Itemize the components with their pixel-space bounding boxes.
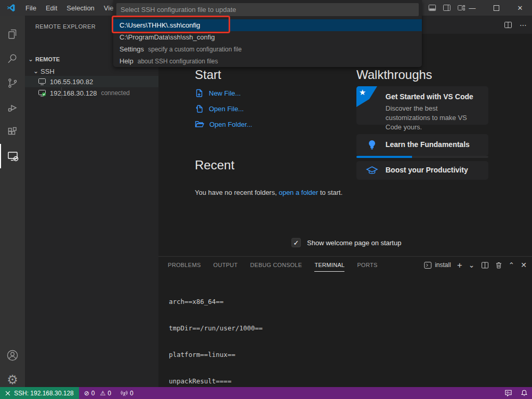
notifications-bell-icon[interactable] (521, 389, 528, 397)
ssh-host-row-1[interactable]: 106.55.190.82 (25, 76, 158, 87)
menu-edit[interactable]: Edit (41, 4, 62, 12)
walkthrough-card-description: Discover the best customizations to make… (385, 104, 483, 132)
quick-pick-dialog: C:\Users\THHK\.ssh\config C:\ProgramData… (113, 0, 422, 67)
quick-pick-item-settings[interactable]: Settings specify a custom configuration … (113, 43, 422, 55)
remote-indicator[interactable]: SSH: 192.168.30.128 (0, 387, 79, 399)
vscode-window: File Edit Selection View — ✕ (0, 0, 532, 399)
quick-pick-item-label: Settings (119, 45, 144, 53)
more-actions-icon[interactable]: ⋯ (520, 21, 527, 29)
tab-output[interactable]: OUTPUT (214, 259, 238, 271)
quick-pick-item-user-config[interactable]: C:\Users\THHK\.ssh\config (113, 19, 422, 31)
quick-pick-item-programdata-config[interactable]: C:\ProgramData\ssh\ssh_config (113, 31, 422, 43)
toggle-secondary-sidebar-icon[interactable] (443, 4, 451, 12)
panel-actions: install + ⌄ ⌃ ✕ (424, 257, 527, 273)
split-editor-icon[interactable] (504, 21, 512, 29)
open-file-label: Open File... (209, 105, 244, 113)
remote-explorer-icon[interactable] (0, 144, 25, 168)
new-terminal-icon[interactable]: + (457, 261, 462, 270)
tree-section-ssh[interactable]: ⌄ SSH (25, 65, 158, 77)
quick-pick-item-description: about SSH configuration files (138, 58, 218, 65)
lightbulb-icon (367, 139, 377, 151)
quick-pick-input-wrap (116, 3, 419, 16)
panel-tab-bar: PROBLEMS OUTPUT DEBUG CONSOLE TERMINAL P… (168, 257, 378, 273)
extensions-icon[interactable] (0, 119, 25, 144)
close-window-button[interactable]: ✕ (508, 0, 532, 16)
split-terminal-icon[interactable] (481, 261, 489, 269)
tab-ports[interactable]: PORTS (357, 259, 377, 271)
window-controls: — ✕ (460, 0, 532, 16)
maximize-button[interactable] (484, 0, 508, 16)
kill-terminal-trash-icon[interactable] (495, 261, 502, 269)
terminal-line: unpackResult==== (169, 377, 522, 385)
open-folder-label: Open Folder... (209, 121, 252, 128)
ports-count: 0 (130, 390, 134, 397)
status-bar: SSH: 192.168.30.128 ⊘ 0 ⚠ 0 0 (0, 387, 532, 399)
walkthrough-card-title: Learn the Fundamentals (385, 140, 470, 149)
explorer-icon[interactable] (0, 22, 25, 46)
startup-checkbox-row: ✓ Show welcome page on startup (291, 238, 401, 247)
show-welcome-checkbox[interactable]: ✓ (291, 238, 301, 247)
bottom-panel: PROBLEMS OUTPUT DEBUG CONSOLE TERMINAL P… (158, 256, 532, 387)
error-icon: ⊘ (84, 390, 89, 397)
new-file-link[interactable]: New File... (195, 88, 351, 98)
status-bar-right (504, 387, 528, 399)
ports-status[interactable]: 0 (121, 390, 134, 397)
walkthrough-progress-fill (356, 156, 412, 158)
terminal-instance[interactable]: install (424, 261, 451, 269)
ssh-host-row-2[interactable]: 192.168.30.128 connected (25, 87, 158, 99)
tab-problems[interactable]: PROBLEMS (168, 259, 201, 271)
ssh-host-status: connected (101, 89, 129, 97)
source-control-icon[interactable] (0, 71, 25, 95)
toggle-panel-icon[interactable] (428, 4, 436, 12)
start-heading: Start (195, 68, 351, 82)
tree-section-remote-label: REMOTE (35, 56, 60, 62)
activity-bar: ⚙ (0, 16, 25, 387)
open-folder-icon (195, 120, 204, 128)
walkthrough-card-fundamentals[interactable]: Learn the Fundamentals (356, 134, 488, 156)
open-folder-link[interactable]: Open Folder... (195, 119, 351, 129)
problems-status[interactable]: ⊘ 0 ⚠ 0 (84, 390, 111, 397)
quick-pick-item-help[interactable]: Help about SSH configuration files (113, 55, 422, 67)
walkthrough-card-get-started[interactable]: ★ Get Started with VS Code Discover the … (356, 86, 488, 125)
recent-section: Recent You have no recent folders, open … (195, 158, 353, 198)
welcome-page: Start New File... Open File... Open Fold… (158, 34, 532, 256)
menu-file[interactable]: File (21, 4, 41, 12)
open-file-icon (195, 104, 204, 113)
maximize-icon (494, 5, 499, 11)
walkthrough-card-title: Get Started with VS Code (385, 92, 473, 101)
minimize-button[interactable]: — (460, 0, 484, 16)
start-section: Start New File... Open File... Open Fold… (195, 68, 351, 129)
vm-connected-icon (38, 89, 46, 97)
terminal-line: tmpDir==/run/user/1000== (169, 324, 522, 332)
quick-pick-item-label: Help (119, 57, 134, 65)
recent-text-before: You have no recent folders, (195, 189, 278, 196)
run-and-debug-icon[interactable] (0, 95, 25, 119)
warning-count: 0 (108, 390, 111, 397)
ssh-host-name: 106.55.190.82 (50, 78, 93, 86)
terminal-line: arch==x86_64== (169, 297, 522, 306)
remote-icon (4, 390, 11, 397)
menu-bar: File Edit Selection View (21, 0, 123, 16)
open-file-link[interactable]: Open File... (195, 104, 351, 113)
quick-pick-item-label: C:\Users\THHK\.ssh\config (119, 21, 200, 29)
walkthrough-card-productivity[interactable]: Boost your Productivity (356, 161, 488, 180)
maximize-panel-icon[interactable]: ⌃ (509, 261, 515, 269)
accounts-icon[interactable] (0, 343, 25, 367)
tab-debug-console[interactable]: DEBUG CONSOLE (250, 259, 302, 271)
star-icon: ★ (359, 88, 366, 97)
search-icon[interactable] (0, 46, 25, 71)
editor-area: ⋯ Start New File... Open File... Open Fo… (158, 16, 532, 387)
terminal-dropdown-icon[interactable]: ⌄ (469, 261, 475, 269)
open-a-folder-link[interactable]: open a folder (278, 189, 318, 196)
quick-pick-item-description: specify a custom configuration file (148, 46, 242, 53)
terminal-output[interactable]: arch==x86_64== tmpDir==/run/user/1000== … (169, 280, 522, 399)
recent-heading: Recent (195, 158, 353, 172)
quick-pick-input[interactable] (116, 3, 419, 16)
close-panel-icon[interactable]: ✕ (521, 261, 527, 269)
new-file-label: New File... (209, 89, 241, 97)
feedback-icon[interactable] (504, 389, 512, 397)
tab-terminal[interactable]: TERMINAL (314, 259, 344, 272)
walkthroughs-section: Walkthroughs ★ Get Started with VS Code … (356, 68, 488, 82)
tree-section-ssh-label: SSH (41, 68, 55, 75)
menu-selection[interactable]: Selection (62, 4, 99, 12)
